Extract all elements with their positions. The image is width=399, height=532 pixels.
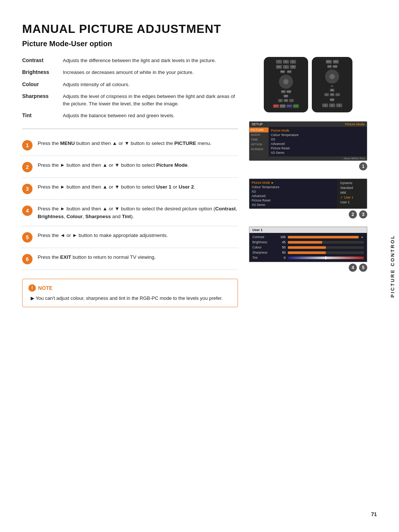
remote-1: 7 8 9 LIST 0 INP MENU EXIT (264, 57, 308, 112)
menu-main-advanced: Advanced (271, 142, 365, 146)
user-screen: User 1 Contrast 100 ► Brightness 45 Colo… (249, 227, 367, 262)
menu-sub-dynamic: Dynamic (340, 180, 364, 185)
feature-label: Tint (22, 112, 63, 118)
remote-btn-exit: EXIT (287, 70, 291, 73)
step-6: 6 Press the EXIT button to return to nor… (22, 248, 238, 270)
user-row-arrow: ► (361, 235, 364, 239)
menu-main-xd: XD (271, 137, 365, 142)
remote2-nav (325, 70, 339, 84)
remote2-nav-center (330, 74, 335, 79)
step-badge-3: 3 (359, 210, 367, 218)
feature-row: Contrast Adjusts the difference between … (22, 57, 238, 64)
step-circle-6: 6 (22, 254, 33, 264)
remote2-btn-3: 3 (336, 104, 342, 107)
step-circle-5: 5 (22, 232, 33, 243)
remote-btn-0: 0 (283, 65, 289, 69)
steps-container: 1 Press the MENU button and then ▲ or ▼ … (22, 134, 238, 270)
menu-footer-1: ○ Move MENU Prev. (249, 156, 367, 160)
menu-item-audio: AUDIO (249, 132, 269, 137)
remote-2: BACK INFO EXIT GUIDE OK (312, 57, 352, 112)
feature-row: Colour Adjusts intensity of all colours. (22, 81, 238, 88)
page-subtitle: Picture Mode-User option (22, 40, 367, 48)
user-row-tint: Tint 0 (252, 255, 364, 260)
user-row-contrast: Contrast 100 ► (252, 234, 364, 240)
user-row-colour: Colour 50 (252, 245, 364, 250)
step-text-2: Press the ► button and then ▲ or ▼ butto… (38, 161, 238, 169)
menu-screen-2: Picture Mode ► Colour Temperature XD Adv… (249, 179, 367, 209)
note-title-text: NOTE (38, 285, 52, 291)
user-row-bar (288, 246, 326, 249)
menu-l2-xd: XD (252, 189, 335, 194)
remote2-btn-2: 2 (329, 104, 335, 107)
step-text-1: Press the MENU button and then ▲ or ▼ bu… (38, 139, 238, 148)
step-text-4: Press the ► button and then ▲ or ▼ butto… (38, 205, 238, 221)
user-row-label-sharpness: Sharpness (252, 251, 274, 254)
menu-screen-1-header: SETUP Picture Mode (249, 122, 367, 127)
user-row-label-contrast: Contrast (252, 235, 274, 239)
user-screen-body: Contrast 100 ► Brightness 45 Colour 50 (249, 233, 367, 262)
menu-screen-1: SETUP Picture Mode PICTURE AUDIO TIME OP… (249, 121, 367, 161)
feature-row: Tint Adjusts the balance between red and… (22, 112, 238, 119)
feature-desc: Increases or decreases amount of white i… (63, 69, 238, 76)
remote-vol-down: - (289, 99, 294, 102)
remote-btn-9: 9 (290, 60, 296, 64)
feature-desc: Adjusts the difference between the light… (63, 57, 238, 64)
step-3: 3 Press the ► button and then ▲ or ▼ but… (22, 178, 238, 200)
menu-sub-user2: User 2 (340, 200, 364, 204)
user-row-value-colour: 50 (277, 245, 286, 249)
step-text-5: Press the ◄ or ► button to make appropri… (38, 231, 238, 240)
remote-btn-info: INFO (281, 90, 286, 93)
remote-btn-sleep: SLEEP (280, 104, 286, 108)
menu-item-screen: SCREEN (249, 147, 269, 152)
remotes-row: 7 8 9 LIST 0 INP MENU EXIT (249, 57, 367, 112)
step-circle-3: 3 (22, 184, 33, 194)
user-row-bar (288, 251, 326, 254)
user-row-label-colour: Colour (252, 245, 274, 249)
menu-setup-label: SETUP (252, 122, 263, 126)
feature-desc: Adjusts the level of crispness in the ed… (63, 93, 238, 108)
user-row-brightness: Brightness 45 (252, 240, 364, 245)
menu-l2-xd-demo: XD Demo (252, 203, 335, 207)
menu-item-picture: PICTURE (249, 128, 269, 132)
note-icon: ! (28, 284, 36, 292)
remote-btn-7: 7 (276, 60, 282, 64)
user-screen-wrapper: User 1 Contrast 100 ► Brightness 45 Colo… (249, 227, 367, 273)
feature-label: Contrast (22, 57, 63, 63)
user-row-bar-container (288, 236, 359, 238)
user-row-bar (288, 241, 322, 244)
menu-submenu-2: Dynamic Standard Mild User 1 User 2 (337, 179, 367, 209)
badge-row-23: 2 3 (249, 210, 367, 218)
remote2-btn-fav: FAV (330, 89, 334, 92)
remote2-vol-down: - (335, 93, 340, 96)
user-row-value-sharpness: 50 (277, 251, 286, 254)
step-text-6: Press the EXIT button to return to norma… (38, 253, 238, 261)
menu-item-time: TIME (249, 137, 269, 142)
remote-nav (279, 75, 293, 89)
step-2: 2 Press the ► button and then ▲ or ▼ but… (22, 156, 238, 178)
remote-btn-subtitle: SUBTL (286, 104, 292, 108)
user-row-bar-container (288, 241, 364, 244)
remote-nav-center (283, 79, 289, 84)
divider-1 (22, 129, 238, 129)
user-row-label-brightness: Brightness (252, 240, 274, 244)
step-badge-2: 2 (349, 210, 357, 218)
step-badge-4: 4 (349, 264, 357, 272)
step-text-3: Press the ► button and then ▲ or ▼ butto… (38, 183, 238, 191)
menu-main-1: Picture Mode Colour Temperature XD Advan… (269, 127, 367, 156)
user-row-label-tint: Tint (252, 256, 274, 260)
note-text: You can't adjust colour, sharpness and t… (28, 295, 232, 302)
menu-main-xd-demo: XD Demo (271, 150, 365, 155)
step-4: 4 Press the ► button and then ▲ or ▼ but… (22, 200, 238, 226)
menu-main-picture-mode: Picture Mode (271, 128, 365, 133)
menu-left-2: Picture Mode ► Colour Temperature XD Adv… (249, 179, 337, 209)
remote2-label-ok: OK (331, 85, 333, 87)
badge-row-1: 1 (249, 162, 367, 170)
menu-main-colour-temp: Colour Temperature (271, 133, 365, 137)
menu-main-picture-reset: Picture Reset (271, 146, 365, 150)
feature-table: Contrast Adjusts the difference between … (22, 57, 238, 120)
menu-item-option: OPTION (249, 142, 269, 147)
menu-sidebar-1: PICTURE AUDIO TIME OPTION SCREEN (249, 127, 269, 156)
step-circle-1: 1 (22, 140, 33, 150)
remote-btn-pr: PR (284, 99, 288, 102)
menu-l2-advanced: Advanced (252, 194, 335, 198)
